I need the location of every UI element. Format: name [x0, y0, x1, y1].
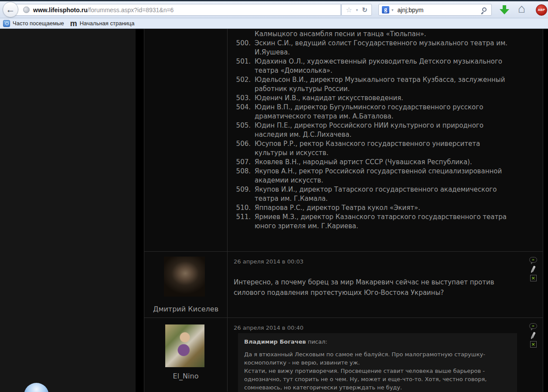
adblock-icon[interactable]: ABP [536, 4, 547, 16]
list-item: 509. Якупов И.И., директор Татарского го… [234, 185, 543, 203]
list-item: 505. Юдин П.Е., директор Российского НИИ… [234, 121, 543, 139]
site-globe-icon [23, 7, 30, 13]
forum-post-list: Калмыцкого ансамбля песни и танца «Тюльп… [144, 29, 543, 251]
url-action-group: ☆ ▾ ↻ [341, 4, 372, 16]
author-cell-empty [144, 29, 228, 251]
post-actions: » × [529, 323, 537, 348]
post-actions: » × [529, 257, 537, 281]
search-magnifier-icon[interactable] [482, 7, 487, 12]
quote-header: Владимир Богачев писал: [244, 338, 511, 345]
search-input[interactable] [398, 7, 472, 14]
avatar[interactable] [165, 324, 204, 367]
message-cell: 26 апреля 2014 в 00:03 Интересно, а поче… [228, 252, 543, 318]
delete-icon[interactable]: × [530, 341, 537, 348]
m-logo-icon: m [70, 20, 77, 27]
quote-text: Да я втюханный Лесковым по самое не балу… [244, 350, 507, 392]
message-cell: 26 апреля 2014 в 00:40 Владимир Богачев … [228, 318, 543, 392]
download-icon[interactable] [500, 5, 509, 15]
back-button[interactable]: ← [3, 2, 18, 17]
list-item: 503. Юденич И.В., кандидат искусствоведе… [234, 94, 543, 103]
bookmarks-bar: Часто посещаемые m Начальная страница [0, 18, 548, 29]
quote-reply-icon[interactable]: » [529, 323, 537, 329]
message-cell: Калмыцкого ансамбля песни и танца «Тюльп… [228, 29, 543, 251]
bookmark-label: Часто посещаемые [13, 20, 64, 27]
author-name[interactable]: El_Nino [144, 372, 227, 380]
quote-suffix: писал: [306, 338, 327, 345]
post-date: 26 апреля 2014 в 00:40 [234, 324, 303, 331]
quote-paragraph: Да я втюханный Лесковым по самое не балу… [244, 350, 507, 367]
address-bar[interactable]: www.lifeisphoto.ru/forummess.aspx?id=893… [11, 4, 341, 16]
list-item: 500. Эскин С.И., ведущий солист Государс… [234, 39, 543, 57]
bookmark-star-icon[interactable]: ☆ [346, 6, 352, 14]
quote-block: Владимир Богачев писал: Да я втюханный Л… [238, 333, 517, 392]
reload-icon[interactable]: ↻ [362, 6, 368, 14]
list-item: 507. Яковлев В.Н., народный артист СССР … [234, 158, 543, 167]
list-continuation-line: Калмыцкого ансамбля песни и танца «Тюльп… [255, 30, 510, 39]
edit-pencil-icon[interactable] [531, 332, 536, 338]
navigation-toolbar: ← www.lifeisphoto.ru/forummess.aspx?id=8… [0, 1, 548, 18]
bookmark-start-page[interactable]: m Начальная страница [70, 20, 135, 27]
forum-post: Дмитрий Киселев 26 апреля 2014 в 00:03 И… [144, 251, 543, 318]
author-cell: Дмитрий Киселев [144, 252, 228, 318]
search-engine-icon[interactable]: g [382, 6, 389, 14]
forum-post: El_Nino 26 апреля 2014 в 00:40 Владимир … [144, 318, 543, 392]
edit-pencil-icon[interactable] [531, 266, 536, 272]
author-cell: El_Nino [144, 318, 228, 392]
quote-reply-icon[interactable]: » [529, 257, 537, 263]
numbered-list: Калмыцкого ансамбля песни и танца «Тюльп… [228, 29, 543, 231]
forum-thread-table: Калмыцкого ансамбля песни и танца «Тюльп… [144, 29, 543, 392]
left-sidebar-panel [0, 29, 136, 392]
list-item: 511. Ярмиев М.З., директор Казанского та… [234, 213, 543, 231]
list-item: 510. Яппарова Р.С., директор Театра куко… [234, 203, 543, 213]
url-path: /forummess.aspx?id=8931&n=6 [88, 7, 174, 14]
webpage-viewport: Калмыцкого ансамбля песни и танца «Тюльп… [0, 29, 548, 392]
quote-paragraph: Кстати, не вижу противоречия. Просвещени… [244, 367, 507, 392]
list-item: 502. Юдельсон В.И., директор Музыкальног… [234, 75, 543, 94]
post-date: 26 апреля 2014 в 00:03 [234, 258, 303, 265]
author-name[interactable]: Дмитрий Киселев [144, 305, 227, 313]
list-item: 508. Якупов А.Н., ректор Российской госу… [234, 167, 543, 185]
list-item: 506. Юсупов Р.Р., ректор Казанского госу… [234, 139, 543, 158]
bookmark-frequent-sites[interactable]: Часто посещаемые [3, 20, 64, 27]
list-item: 504. Юдин В.П., директор Бугульминского … [234, 103, 543, 121]
bookmark-label: Начальная страница [80, 20, 135, 27]
home-icon[interactable]: ⌂ [518, 2, 525, 16]
search-bar[interactable]: g ▾ [378, 4, 492, 16]
avatar[interactable] [164, 257, 205, 297]
quote-author: Владимир Богачев [244, 338, 306, 345]
post-text: Интересно, а почему борец за мир Макарев… [234, 277, 521, 298]
frequent-sites-icon [3, 20, 10, 27]
delete-icon[interactable]: × [530, 275, 537, 281]
search-engine-dropdown-icon[interactable]: ▾ [391, 8, 394, 12]
url-host: www.lifeisphoto.ru [33, 7, 88, 14]
url-text: www.lifeisphoto.ru/forummess.aspx?id=893… [33, 7, 174, 14]
bookmark-dropdown-icon[interactable]: ▾ [356, 8, 358, 12]
list-item: 501. Юдахина О.Л., художественный руково… [234, 57, 543, 75]
